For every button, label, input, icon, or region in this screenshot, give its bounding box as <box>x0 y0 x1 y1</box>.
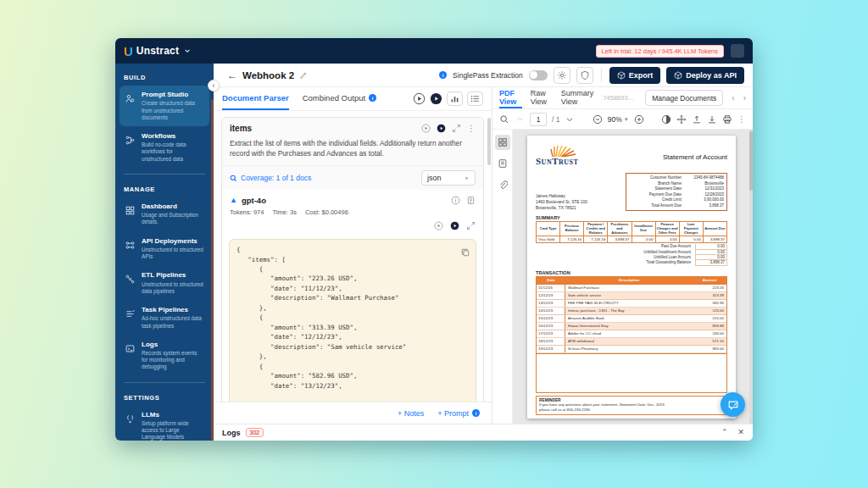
pdf-tab-summary-view[interactable]: Summary View <box>561 87 595 108</box>
contrast-icon[interactable] <box>661 114 671 125</box>
transaction-date: 11/12/23 <box>537 285 565 291</box>
tab-document-parser-label: Document Parser <box>222 93 289 103</box>
run-output-icon[interactable] <box>434 221 443 230</box>
summary-col-header: Installment Due <box>632 222 655 236</box>
manage-documents-button[interactable]: Manage Documents <box>645 90 723 106</box>
pdf-more-icon[interactable]: ⋮ <box>737 115 746 124</box>
zoom-out-icon[interactable] <box>593 114 603 125</box>
sidebar-item-title: Workflows <box>142 132 203 141</box>
transaction-amount: 125.00 <box>693 308 726 314</box>
reminder-line: please call us at 816-234-2265 <box>539 408 724 413</box>
transaction-table-empty-area <box>536 354 727 393</box>
transaction-row: 18/12/23ATM withdrawal571.10 <box>537 338 726 346</box>
sidebar-collapse-button[interactable]: ‹ <box>208 80 220 92</box>
summary-cell: 7,126.16 <box>560 236 584 243</box>
run-prompt-icon[interactable] <box>421 124 431 133</box>
zoom-level-select[interactable]: 90% ▼ <box>608 115 629 124</box>
transaction-row: 14/12/23Interac purchase - 1361 - The Ba… <box>537 308 726 315</box>
download-icon[interactable] <box>707 114 717 125</box>
transaction-amount: 571.10 <box>693 338 726 345</box>
prompt-description: Extract the list of items with the indiv… <box>230 133 476 165</box>
back-icon[interactable]: ← <box>227 70 237 80</box>
chevron-down-icon: ▼ <box>464 175 470 181</box>
pdf-tab-pdf-view[interactable]: PDF View <box>499 87 522 108</box>
document-parser-panel: Document ParserCombined Outputi <box>214 87 492 424</box>
pan-icon[interactable] <box>676 114 687 125</box>
top-navbar: U Unstract Left in trial: 12 days / 945.… <box>115 38 753 64</box>
transaction-amount: 313.39 <box>693 292 726 299</box>
list-view-icon[interactable] <box>467 92 483 106</box>
sidebar-item-dashboard[interactable]: DashboardUsage and Subscription details. <box>120 197 209 231</box>
print-icon[interactable] <box>722 114 732 125</box>
settings-button[interactable] <box>554 67 570 84</box>
shield-button[interactable] <box>576 67 593 84</box>
sidebar-item-logs[interactable]: LogsRecords system events for monitoring… <box>120 336 209 376</box>
add-notes-button[interactable]: + Notes <box>398 409 424 418</box>
sidebar-item-workflows[interactable]: WorkflowsBuild no-code data workflows fo… <box>120 127 209 168</box>
search-icon[interactable] <box>499 114 509 125</box>
sidebar-item-desc: Unstructured to structured data pipeline… <box>142 281 203 295</box>
add-prompt-button[interactable]: + Prompt i <box>437 409 480 418</box>
run-all-icon[interactable] <box>413 92 426 105</box>
main-area: ← Webhook 2 i SinglePass Extraction <box>214 64 753 441</box>
run-output-filled-icon[interactable] <box>450 221 459 230</box>
summary-table: Card TypePrevious BalancePayment / Credi… <box>536 221 727 243</box>
deploy-api-button[interactable]: Deploy as API <box>666 67 744 84</box>
json-output-box[interactable]: { "items": [ { "amount": "223.26 USD", "… <box>229 239 476 402</box>
pdf-tab-raw-view[interactable]: Raw View <box>531 87 553 108</box>
prompt-list: items ⋮ Extract the list of it <box>214 111 492 402</box>
suntrust-logo: SunTrust <box>536 143 578 166</box>
sidebar-item-etl-pipelines[interactable]: ETL PipelinesUnstructured to structured … <box>120 266 209 300</box>
output-type-select[interactable]: json ▼ <box>421 170 476 186</box>
run-prompt-filled-icon[interactable] <box>437 124 446 133</box>
user-avatar[interactable] <box>731 44 744 58</box>
coverage-link[interactable]: Coverage: 1 of 1 docs <box>230 174 311 182</box>
prompt-menu-icon[interactable]: ⋮ <box>467 125 476 133</box>
upload-icon[interactable] <box>692 114 702 125</box>
attachment-icon[interactable] <box>495 177 510 192</box>
llm-info-icon[interactable] <box>451 196 460 205</box>
etl-pipelines-icon <box>125 272 136 287</box>
sidebar-item-task-pipelines[interactable]: Task PipelinesAd-hoc unstructured data t… <box>120 301 209 335</box>
sidebar-item-title: LLMs <box>142 411 203 419</box>
transaction-description: FEE PRE PAID ELECTRICITY <box>565 300 693 307</box>
export-button[interactable]: Export <box>609 67 661 84</box>
logs-bar[interactable]: Logs 302 ⌃ ✕ <box>214 424 753 441</box>
outline-icon[interactable] <box>495 156 510 171</box>
sidebar-item-title: Task Pipelines <box>142 306 203 314</box>
page-down-icon[interactable] <box>565 114 575 125</box>
zoom-in-icon[interactable] <box>634 114 644 125</box>
logs-close-icon[interactable]: ✕ <box>737 429 744 436</box>
transaction-description: St louis Pharmacy <box>565 346 693 352</box>
pdf-scrollbar[interactable] <box>749 130 753 424</box>
singlepass-info-icon[interactable]: i <box>439 71 447 79</box>
llm-log-icon[interactable] <box>466 196 476 205</box>
chat-fab-button[interactable] <box>721 392 745 417</box>
sidebar-item-prompt-studio[interactable]: Prompt StudioCreate structured data from… <box>120 86 209 126</box>
page-number-input[interactable]: 1 <box>530 113 547 126</box>
edit-title-icon[interactable] <box>299 71 308 80</box>
sidebar-divider <box>124 382 205 383</box>
copy-icon[interactable] <box>461 245 470 260</box>
info-label: Total Amount Due: <box>629 203 687 209</box>
singlepass-toggle[interactable] <box>529 70 548 80</box>
pdf-canvas[interactable]: SunTrust Statement of Account James Hall… <box>513 130 753 424</box>
run-all-filled-icon[interactable] <box>430 92 442 105</box>
sidebar-item-llms[interactable]: LLMsSetup platform wide access to Large … <box>120 406 209 441</box>
next-doc-icon[interactable]: › <box>743 94 746 103</box>
brand-menu-chevron-icon[interactable] <box>184 47 191 54</box>
summary-col-header: Previous Balance <box>560 222 584 236</box>
page-up-icon[interactable] <box>515 114 525 125</box>
parser-scrollbar[interactable] <box>487 118 491 165</box>
tab-combined-output[interactable]: Combined Outputi <box>303 87 376 110</box>
sidebar-item-api-deployments[interactable]: API DeploymentsUnstructured to structure… <box>120 232 209 266</box>
sidebar-item-desc: Setup platform wide access to Large Lang… <box>142 420 203 441</box>
prev-doc-icon[interactable]: ‹ <box>732 94 734 103</box>
analytics-icon[interactable] <box>447 92 463 106</box>
tab-document-parser[interactable]: Document Parser <box>222 87 289 110</box>
thumbnails-icon[interactable] <box>495 135 510 150</box>
expand-output-icon[interactable] <box>466 221 476 230</box>
expand-prompt-icon[interactable] <box>452 124 461 133</box>
pdf-tab-raw-view-label: Raw View <box>531 89 553 106</box>
logs-expand-icon[interactable]: ⌃ <box>721 429 728 436</box>
